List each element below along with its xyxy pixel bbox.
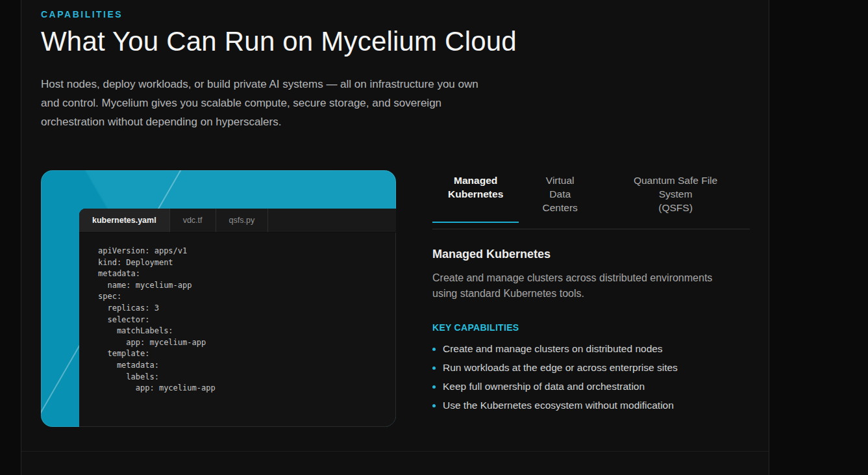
key-capabilities-label: KEY CAPABILITIES — [432, 322, 750, 333]
feature-description: Create and manage clusters across distri… — [432, 270, 731, 301]
list-item: Keep full ownership of data and orchestr… — [432, 381, 750, 392]
section-description: Host nodes, deploy workloads, or build p… — [41, 75, 488, 131]
editor-tab-vdc-tf[interactable]: vdc.tf — [170, 209, 216, 232]
list-item: Create and manage clusters on distribute… — [432, 344, 750, 354]
capability-text: Keep full ownership of data and orchestr… — [443, 381, 645, 392]
tab-managed-kubernetes[interactable]: Managed Kubernetes — [432, 170, 519, 223]
eyebrow-label: CAPABILITIES — [41, 9, 749, 19]
editor-tab-qsfs-py[interactable]: qsfs.py — [216, 209, 269, 232]
feature-heading: Managed Kubernetes — [432, 248, 750, 261]
list-item: Use the Kubernetes ecosystem without mod… — [432, 400, 750, 411]
bullet-dot-icon — [432, 366, 436, 370]
cyan-backdrop-panel: kubernetes.yaml vdc.tf qsfs.py apiVersio… — [41, 170, 396, 427]
capability-text: Create and manage clusters on distribute… — [443, 344, 663, 354]
section-header: CAPABILITIES What You Can Run on Myceliu… — [21, 0, 769, 131]
feature-tab-bar: Managed Kubernetes Virtual Data Centers … — [432, 170, 750, 229]
content-columns: kubernetes.yaml vdc.tf qsfs.py apiVersio… — [41, 170, 749, 427]
bullet-dot-icon — [432, 385, 436, 389]
page-title: What You Can Run on Mycelium Cloud — [41, 26, 749, 57]
code-editor-window: kubernetes.yaml vdc.tf qsfs.py apiVersio… — [79, 209, 396, 427]
bullet-dot-icon — [432, 404, 436, 407]
capability-text: Run workloads at the edge or across ente… — [443, 363, 678, 373]
tab-virtual-data-centers[interactable]: Virtual Data Centers — [519, 170, 601, 223]
capability-text: Use the Kubernetes ecosystem without mod… — [443, 400, 674, 411]
editor-tab-kubernetes-yaml[interactable]: kubernetes.yaml — [79, 209, 170, 232]
tab-qsfs[interactable]: Quantum Safe File System (QSFS) — [601, 170, 750, 223]
bullet-dot-icon — [432, 348, 436, 351]
list-item: Run workloads at the edge or across ente… — [432, 363, 750, 373]
code-visual: kubernetes.yaml vdc.tf qsfs.py apiVersio… — [41, 170, 396, 427]
editor-tab-bar: kubernetes.yaml vdc.tf qsfs.py — [79, 209, 396, 233]
content-container: CAPABILITIES What You Can Run on Myceliu… — [21, 0, 769, 475]
capabilities-list: Create and manage clusters on distribute… — [432, 344, 750, 411]
feature-details: Managed Kubernetes Virtual Data Centers … — [432, 170, 750, 427]
bottom-divider — [21, 451, 769, 452]
code-content: apiVersion: apps/v1 kind: Deployment met… — [79, 233, 396, 394]
